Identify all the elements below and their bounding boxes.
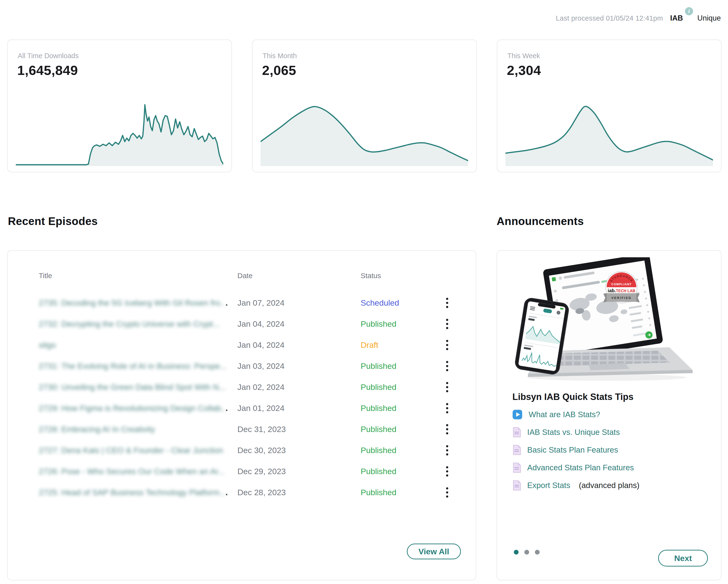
video-play-icon	[512, 409, 522, 420]
episode-date: Dec 30, 2023	[237, 446, 361, 455]
tip-link-what-are-iab-stats[interactable]: What are IAB Stats?	[512, 406, 712, 424]
topbar: Last processed 01/05/24 12:41pm IAB i Un…	[556, 14, 721, 23]
next-button[interactable]: Next	[658, 550, 708, 566]
table-row: 2735: Decoding the 5G Iceberg With Gil R…	[8, 292, 476, 313]
link-suffix: (advanced plans)	[579, 481, 640, 490]
status-badge: Published	[361, 488, 446, 497]
truncation-dot: .	[226, 487, 237, 497]
toggle-label-unique: Unique	[697, 14, 721, 23]
stat-value: 2,065	[262, 62, 296, 78]
column-header-date: Date	[237, 272, 361, 280]
stat-card-all-time: All Time Downloads 1,645,849	[7, 40, 232, 172]
info-icon[interactable]: i	[685, 7, 693, 15]
episode-menu-kebab-icon[interactable]	[446, 338, 448, 352]
stat-value: 2,304	[507, 62, 541, 78]
column-header-title: Title	[39, 272, 237, 280]
status-badge: Scheduled	[361, 298, 446, 308]
document-icon	[512, 427, 521, 437]
table-row: 2730: Unveiling the Green Data Blind Spo…	[8, 377, 476, 398]
table-row: 2732: Decrypting the Crypto Universe wit…	[8, 313, 476, 334]
status-badge: Published	[361, 404, 446, 413]
status-badge: Published	[361, 446, 446, 455]
tip-link-iab-vs-unique[interactable]: IAB Stats vs. Unique Stats	[512, 424, 712, 441]
svg-text:VERIFIED: VERIFIED	[612, 296, 631, 300]
carousel-dot[interactable]	[535, 550, 540, 555]
dashboard-page: Last processed 01/05/24 12:41pm IAB i Un…	[0, 0, 728, 584]
episode-date: Dec 29, 2023	[237, 467, 361, 476]
table-row: 2728: Embracing AI In Creativity Dec 31,…	[8, 418, 476, 440]
episode-menu-kebab-icon[interactable]	[446, 423, 448, 436]
episode-title-link[interactable]: 2726: Pose - Who Secures Our Code When a…	[39, 467, 237, 476]
episodes-table-header: Title Date Status	[8, 251, 476, 280]
episodes-table-body: 2735: Decoding the 5G Iceberg With Gil R…	[8, 292, 476, 503]
episode-title-link[interactable]: sitgo	[39, 340, 237, 350]
toggle-knob	[692, 20, 700, 28]
status-badge: Published	[361, 467, 446, 476]
episode-menu-kebab-icon[interactable]	[446, 465, 448, 478]
episode-title-link[interactable]: 2735: Decoding the 5G Iceberg With Gil R…	[39, 298, 237, 308]
episode-menu-kebab-icon[interactable]	[446, 402, 448, 415]
episode-date: Jan 04, 2024	[237, 319, 361, 329]
stats-row: All Time Downloads 1,645,849 This Month …	[7, 40, 722, 172]
table-row: 2725: Head of SAP Business Technology Pl…	[8, 482, 476, 503]
document-icon	[512, 480, 521, 491]
stat-label: This Week	[508, 52, 540, 60]
episode-date: Jan 07, 2024	[237, 298, 361, 308]
episode-title-link[interactable]: 2728: Embracing AI In Creativity	[39, 425, 237, 434]
stat-label: This Month	[262, 52, 297, 60]
document-icon	[512, 445, 521, 455]
episode-menu-kebab-icon[interactable]	[446, 359, 448, 373]
status-badge: Draft	[361, 340, 446, 350]
announcements-card: STANDARDS COMPLIANT iab.TECH LAB VERIFIE…	[497, 250, 722, 580]
toggle-label-iab: IAB	[670, 14, 683, 23]
this-week-chart	[505, 98, 713, 166]
status-badge: Published	[361, 361, 446, 371]
recent-episodes-heading: Recent Episodes	[8, 215, 98, 228]
truncation-dot: .	[226, 298, 237, 308]
all-time-downloads-chart	[16, 98, 223, 166]
carousel-pagination	[514, 550, 540, 555]
episode-date: Dec 31, 2023	[237, 425, 361, 434]
svg-text:iab.TECH LAB: iab.TECH LAB	[608, 288, 635, 293]
recent-episodes-card: Title Date Status 2735: Decoding the 5G …	[7, 250, 476, 580]
episode-title-link[interactable]: 2727: Dena Kats | CEO & Founder - Clear …	[39, 446, 237, 455]
stat-label: All Time Downloads	[18, 52, 79, 60]
episode-date: Jan 04, 2024	[237, 340, 361, 350]
tips-title: Libsyn IAB Quick Stats Tips	[512, 392, 633, 402]
episode-menu-kebab-icon[interactable]	[446, 296, 448, 309]
episode-title-link[interactable]: 2732: Decrypting the Crypto Universe wit…	[39, 319, 237, 329]
episode-title-link[interactable]: 2730: Unveiling the Green Data Blind Spo…	[39, 382, 237, 392]
episode-title-link[interactable]: 2725: Head of SAP Business Technology Pl…	[39, 487, 237, 497]
last-processed-timestamp: Last processed 01/05/24 12:41pm	[556, 15, 663, 22]
table-row: 2729: How Figma is Revolutionizing Desig…	[8, 398, 476, 418]
status-badge: Published	[361, 425, 446, 434]
table-row: 2727: Dena Kats | CEO & Founder - Clear …	[8, 440, 476, 461]
episode-title-link[interactable]: 2731: The Evolving Role of AI in Busines…	[39, 361, 237, 371]
view-all-button[interactable]: View All	[407, 543, 461, 559]
stat-card-this-week: This Week 2,304	[497, 40, 722, 172]
episode-menu-kebab-icon[interactable]	[446, 486, 448, 499]
episode-title-link[interactable]: 2729: How Figma is Revolutionizing Desig…	[39, 403, 237, 413]
column-header-status: Status	[361, 272, 446, 280]
stat-card-this-month: This Month 2,065	[252, 40, 477, 172]
episode-menu-kebab-icon[interactable]	[446, 381, 448, 394]
episode-date: Jan 02, 2024	[237, 382, 361, 392]
truncation-dot: .	[226, 403, 237, 413]
table-row: 2726: Pose - Who Secures Our Code When a…	[8, 461, 476, 482]
carousel-dot[interactable]	[514, 550, 519, 555]
episode-date: Dec 28, 2023	[237, 488, 361, 497]
episode-menu-kebab-icon[interactable]	[446, 318, 448, 331]
carousel-dot[interactable]	[524, 550, 529, 555]
this-month-chart	[261, 98, 468, 166]
tip-link-advanced-stats[interactable]: Advanced Stats Plan Features	[512, 459, 712, 477]
document-icon	[512, 462, 521, 473]
table-row: sitgo Jan 04, 2024 Draft	[8, 334, 476, 355]
tips-links: What are IAB Stats? IAB Stats vs. Unique…	[512, 406, 712, 494]
status-badge: Published	[361, 382, 446, 392]
table-row: 2731: The Evolving Role of AI in Busines…	[8, 355, 476, 377]
tip-link-export-stats[interactable]: Export Stats (advanced plans)	[512, 477, 712, 494]
announcement-illustration: STANDARDS COMPLIANT iab.TECH LAB VERIFIE…	[504, 257, 715, 386]
episode-menu-kebab-icon[interactable]	[446, 444, 448, 457]
tip-link-basic-stats[interactable]: Basic Stats Plan Features	[512, 441, 712, 459]
episode-date: Jan 01, 2024	[237, 404, 361, 413]
